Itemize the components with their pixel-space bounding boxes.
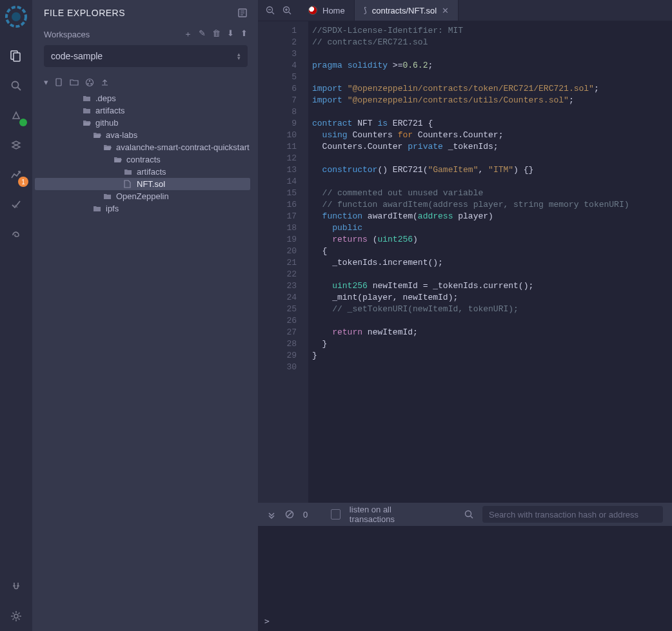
tree-item[interactable]: contracts xyxy=(35,153,250,166)
tree-item-label: ipfs xyxy=(106,204,119,213)
svg-line-18 xyxy=(272,12,275,15)
tab-home-label: Home xyxy=(322,6,345,15)
svg-line-5 xyxy=(18,88,21,91)
file-explorer-panel: FILE EXPLORERS Workspaces ＋ ✎ 🗑 ⬇ ⬆ code… xyxy=(32,0,258,631)
svg-line-22 xyxy=(289,12,292,15)
folder-icon xyxy=(83,94,92,102)
terminal-toolbar: 0 listen on all transactions xyxy=(258,503,672,526)
folder-open-icon xyxy=(83,119,92,127)
tx-search-input[interactable] xyxy=(482,506,663,523)
svg-point-25 xyxy=(465,511,471,517)
file-explorer-icon[interactable] xyxy=(6,46,26,66)
svg-point-13 xyxy=(89,80,90,81)
code-editor[interactable]: 1234567891011121314151617181920212223242… xyxy=(258,21,672,503)
gist-icon[interactable] xyxy=(85,78,94,87)
tree-item-label: artifacts xyxy=(95,106,125,115)
search-icon[interactable] xyxy=(6,76,26,95)
solidity-file-icon: ⟆ xyxy=(364,6,367,15)
tab-active-label: contracts/NFT.sol xyxy=(372,6,437,15)
code-area[interactable]: //SPDX-License-Identifier: MIT// contrac… xyxy=(308,21,672,503)
panel-title: FILE EXPLORERS xyxy=(44,8,125,18)
analysis-badge: 1 xyxy=(18,177,28,187)
tab-active[interactable]: ⟆ contracts/NFT.sol ✕ xyxy=(355,0,459,21)
clear-icon[interactable] xyxy=(285,510,294,519)
terminal[interactable]: > xyxy=(258,526,672,631)
tree-item[interactable]: artifacts xyxy=(35,166,250,178)
svg-point-4 xyxy=(12,82,19,88)
folder-icon xyxy=(124,168,133,176)
workspace-selected: code-sample xyxy=(51,51,103,61)
tests-icon[interactable] xyxy=(6,195,26,214)
analysis-icon[interactable]: 1 xyxy=(6,165,26,184)
tree-item-label: artifacts xyxy=(137,167,166,177)
svg-point-15 xyxy=(90,83,92,84)
workspaces-label: Workspaces xyxy=(44,30,90,39)
svg-rect-3 xyxy=(14,53,20,61)
listen-checkbox[interactable] xyxy=(331,509,341,519)
select-chevron-icon: ▴▾ xyxy=(237,52,241,60)
new-folder-icon[interactable] xyxy=(70,78,79,86)
tab-bar: Home ⟆ contracts/NFT.sol ✕ xyxy=(258,0,672,21)
settings-icon[interactable] xyxy=(6,607,26,626)
terminal-prompt: > xyxy=(264,616,666,626)
tree-item[interactable]: NFT.sol xyxy=(35,178,250,190)
icon-sidebar: 1 xyxy=(0,0,32,631)
folder-open-icon xyxy=(93,131,102,139)
svg-line-26 xyxy=(470,516,473,519)
listen-label: listen on all transactions xyxy=(350,505,433,524)
zoom-in-icon[interactable] xyxy=(282,6,292,15)
home-icon xyxy=(308,6,317,15)
svg-point-14 xyxy=(87,83,88,84)
term-search-icon[interactable] xyxy=(464,510,473,519)
folder-open-icon xyxy=(103,143,112,151)
tree-item-label: github xyxy=(95,118,118,128)
tree-item-label: avalanche-smart-contract-quickstart xyxy=(116,142,250,152)
tree-item[interactable]: github xyxy=(35,117,250,129)
plugin-manager-icon[interactable] xyxy=(6,577,26,596)
tree-item-label: ava-labs xyxy=(106,130,137,140)
folder-open-icon xyxy=(114,155,123,164)
folder-icon xyxy=(83,106,92,115)
status-ok-badge xyxy=(19,119,27,126)
tree-item[interactable]: OpenZeppelin xyxy=(35,190,250,202)
tree-item-label: OpenZeppelin xyxy=(116,191,169,201)
ws-download-icon[interactable]: ⬇ xyxy=(227,28,234,40)
svg-line-24 xyxy=(288,512,292,517)
tree-item[interactable]: ava-labs xyxy=(35,129,250,141)
file-tree: .depsartifactsgithubava-labsavalanche-sm… xyxy=(32,92,258,215)
ws-upload-icon[interactable]: ⬆ xyxy=(241,28,248,40)
workspace-select[interactable]: code-sample ▴▾ xyxy=(44,45,248,67)
terminal-toggle-icon[interactable] xyxy=(267,510,276,519)
zoom-out-icon[interactable] xyxy=(266,6,275,15)
new-file-icon[interactable] xyxy=(55,78,63,86)
tree-item[interactable]: artifacts xyxy=(35,104,250,117)
tree-item[interactable]: avalanche-smart-contract-quickstart xyxy=(35,141,250,153)
tree-collapse-icon[interactable]: ▾ xyxy=(44,77,48,87)
svg-point-6 xyxy=(14,614,18,618)
main-area: Home ⟆ contracts/NFT.sol ✕ 1234567891011… xyxy=(258,0,672,631)
tree-item-label: contracts xyxy=(126,155,161,164)
compiler-icon[interactable] xyxy=(6,106,26,125)
svg-point-12 xyxy=(86,79,94,86)
svg-rect-11 xyxy=(56,79,61,86)
plugin-swirl-icon[interactable] xyxy=(6,224,26,244)
ws-delete-icon[interactable]: 🗑 xyxy=(212,28,221,40)
folder-icon xyxy=(103,192,112,200)
close-tab-icon[interactable]: ✕ xyxy=(442,6,449,15)
file-icon xyxy=(124,180,133,188)
tree-item-label: NFT.sol xyxy=(137,179,165,189)
svg-point-1 xyxy=(12,12,21,21)
tab-home[interactable]: Home xyxy=(299,0,355,21)
line-gutter: 1234567891011121314151617181920212223242… xyxy=(258,21,308,503)
remix-logo xyxy=(5,5,28,28)
ws-rename-icon[interactable]: ✎ xyxy=(199,28,206,40)
deploy-icon[interactable] xyxy=(6,135,26,155)
upload-file-icon[interactable] xyxy=(101,78,109,86)
tree-item[interactable]: ipfs xyxy=(35,202,250,215)
ws-add-icon[interactable]: ＋ xyxy=(184,28,192,40)
tree-item-label: .deps xyxy=(95,93,116,103)
docs-icon[interactable] xyxy=(237,8,248,18)
folder-icon xyxy=(93,204,102,213)
tree-item[interactable]: .deps xyxy=(35,92,250,104)
pending-count: 0 xyxy=(303,510,308,519)
